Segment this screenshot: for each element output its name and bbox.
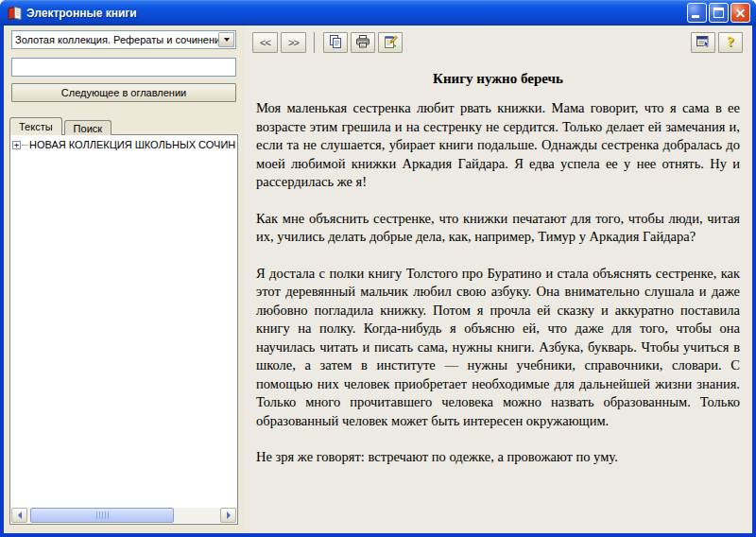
help-button[interactable]: ? bbox=[718, 32, 743, 53]
next-page-button[interactable]: >> bbox=[281, 32, 306, 53]
window-content: Золотая коллекция. Рефераты и сочинения … bbox=[4, 26, 752, 533]
minimize-icon bbox=[692, 15, 699, 18]
copy-icon bbox=[328, 34, 343, 51]
window-controls bbox=[687, 3, 750, 23]
tab-texts[interactable]: Тексты bbox=[9, 117, 62, 135]
toolbar: << >> bbox=[244, 26, 752, 57]
dropdown-arrow-button[interactable] bbox=[218, 32, 234, 47]
tab-search[interactable]: Поиск bbox=[64, 120, 112, 135]
close-button[interactable] bbox=[730, 3, 750, 23]
search-input[interactable] bbox=[11, 58, 236, 77]
next-in-toc-button[interactable]: Следующее в оглавлении bbox=[11, 83, 236, 102]
toolbar-separator bbox=[314, 32, 315, 53]
left-panel-tabs: Тексты Поиск bbox=[9, 117, 113, 135]
app-window: Электронные книги Золотая коллекция. Реф… bbox=[0, 0, 756, 537]
horizontal-scrollbar[interactable] bbox=[11, 508, 236, 523]
tree-item[interactable]: + НОВАЯ КОЛЛЕКЦИЯ ШКОЛЬНЫХ СОЧИНЕНИЙ Д bbox=[10, 135, 237, 152]
scroll-right-button[interactable] bbox=[220, 508, 236, 523]
tree-item-label[interactable]: НОВАЯ КОЛЛЕКЦИЯ ШКОЛЬНЫХ СОЧИНЕНИЙ Д bbox=[29, 139, 236, 150]
reader-panel: << >> bbox=[244, 26, 752, 533]
document-paragraph: Моя маленькая сестренка любит рвать книж… bbox=[256, 99, 740, 192]
edit-note-button[interactable] bbox=[378, 32, 403, 53]
prev-page-button[interactable]: << bbox=[252, 32, 278, 53]
minimize-button[interactable] bbox=[687, 3, 707, 23]
chevron-down-icon bbox=[224, 38, 230, 42]
app-book-icon bbox=[7, 5, 23, 21]
print-button[interactable] bbox=[351, 32, 375, 53]
document-title: Книгу нужно беречь bbox=[256, 71, 740, 87]
document-paragraph: Я достала с полки книгу Толстого про Бур… bbox=[256, 265, 740, 431]
maximize-icon bbox=[713, 8, 724, 18]
collection-dropdown[interactable]: Золотая коллекция. Рефераты и сочинения … bbox=[11, 30, 236, 49]
window-title: Электронные книги bbox=[26, 7, 687, 20]
titlebar[interactable]: Электронные книги bbox=[0, 0, 756, 26]
scrollbar-grip-icon bbox=[96, 511, 109, 519]
navigation-panel: Золотая коллекция. Рефераты и сочинения … bbox=[4, 26, 244, 533]
scroll-left-button[interactable] bbox=[11, 508, 27, 523]
properties-button[interactable] bbox=[691, 32, 715, 53]
document-paragraph: Как мне объяснить сестренке, что книжки … bbox=[256, 210, 740, 247]
help-icon: ? bbox=[727, 34, 734, 50]
document-view[interactable]: Книгу нужно беречь Моя маленькая сестрен… bbox=[244, 57, 752, 533]
toc-tree[interactable]: + НОВАЯ КОЛЛЕКЦИЯ ШКОЛЬНЫХ СОЧИНЕНИЙ Д bbox=[9, 134, 238, 525]
collection-dropdown-value: Золотая коллекция. Рефераты и сочинения … bbox=[12, 34, 218, 45]
properties-icon bbox=[696, 34, 711, 51]
copy-button[interactable] bbox=[323, 32, 348, 53]
close-icon bbox=[731, 4, 749, 22]
scrollbar-track[interactable] bbox=[27, 508, 220, 523]
tree-connector-line bbox=[22, 145, 27, 146]
scrollbar-thumb[interactable] bbox=[30, 508, 174, 523]
document-paragraph: Не зря же говорят: встречают по одежке, … bbox=[256, 448, 740, 467]
notepad-pencil-icon bbox=[383, 34, 398, 51]
expand-plus-icon[interactable]: + bbox=[12, 141, 21, 149]
arrow-left-icon bbox=[18, 511, 22, 519]
maximize-button[interactable] bbox=[709, 3, 729, 23]
arrow-right-icon bbox=[227, 511, 231, 519]
printer-icon bbox=[355, 34, 370, 51]
